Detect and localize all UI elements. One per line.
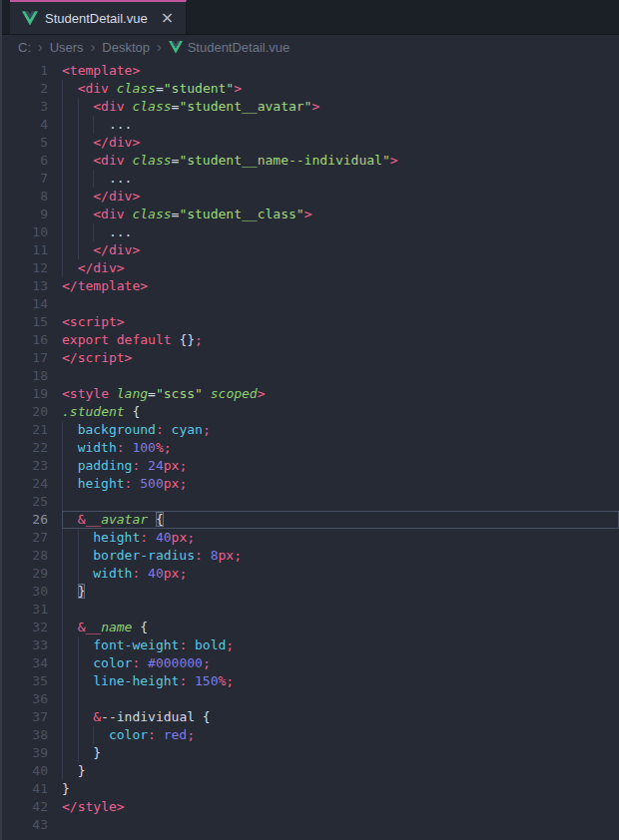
code-token: px; xyxy=(164,458,187,473)
breadcrumb-users[interactable]: Users xyxy=(50,40,84,55)
code-token: color xyxy=(93,655,132,670)
line-number: 18 xyxy=(2,367,48,385)
code-token: background xyxy=(78,422,156,437)
code-token: : xyxy=(148,727,156,742)
code-token: scoped xyxy=(203,386,258,401)
code-line[interactable]: 12</div> xyxy=(2,259,619,277)
code-line[interactable]: 43 xyxy=(2,816,619,834)
indent-guide xyxy=(62,152,78,170)
code-line[interactable]: 38color: red; xyxy=(2,726,619,744)
breadcrumb-file-label: StudentDetail.vue xyxy=(188,40,291,55)
code-token: > xyxy=(305,207,312,221)
code-token: </div> xyxy=(78,260,125,275)
indent-guide xyxy=(62,547,78,565)
code-line[interactable]: 35line-height: 150%; xyxy=(2,672,619,690)
indent-guide xyxy=(62,654,78,672)
code-line[interactable]: 27height: 40px; xyxy=(2,529,619,547)
code-line[interactable]: 22width: 100%; xyxy=(2,439,619,457)
line-number: 9 xyxy=(2,206,48,223)
code-line[interactable]: 17</script> xyxy=(2,349,619,367)
code-token: px; xyxy=(219,548,242,563)
breadcrumb-drive[interactable]: C: xyxy=(18,40,31,55)
code-line[interactable]: 6<div class="student__name--individual"> xyxy=(2,152,619,170)
indent-guide xyxy=(62,98,78,116)
code-token: ; xyxy=(226,637,234,652)
code-line[interactable]: 11</div> xyxy=(2,241,619,259)
code-line[interactable]: 24height: 500px; xyxy=(2,475,619,493)
code-token: red xyxy=(156,727,187,742)
code-token: line-height xyxy=(93,673,179,688)
indent-guide xyxy=(62,457,78,475)
code-token: font-weight xyxy=(93,637,179,652)
code-line[interactable]: 31 xyxy=(2,601,619,619)
code-line[interactable]: 14 xyxy=(2,295,619,313)
code-line[interactable]: 3<div class="student__avatar"> xyxy=(2,98,619,116)
code-token: #000000 xyxy=(140,655,203,670)
line-number: 25 xyxy=(2,493,48,511)
line-number: 35 xyxy=(2,672,48,690)
indent-guide xyxy=(78,547,94,565)
indent-guide xyxy=(62,583,78,601)
code-line[interactable]: 16export default {}; xyxy=(2,331,619,349)
code-token: <style xyxy=(62,386,117,401)
indent-guide xyxy=(62,601,78,619)
code-line[interactable]: 7... xyxy=(2,170,619,188)
code-line[interactable]: 32&__name { xyxy=(2,619,619,636)
breadcrumb-desktop[interactable]: Desktop xyxy=(102,40,150,55)
code-line[interactable]: 4... xyxy=(2,116,619,134)
line-number: 13 xyxy=(2,277,48,295)
code-token: class xyxy=(132,153,171,168)
code-line[interactable]: 36 xyxy=(2,690,619,708)
code-line[interactable]: 34color: #000000; xyxy=(2,654,619,672)
tab-studentdetail[interactable]: StudentDetail.vue × xyxy=(10,0,187,34)
indent-guide xyxy=(78,152,94,170)
code-line[interactable]: 40} xyxy=(2,762,619,780)
indent-guide xyxy=(62,690,78,708)
code-line[interactable]: 26&__avatar { xyxy=(2,511,619,529)
code-token xyxy=(148,512,156,527)
indent-guide xyxy=(62,188,78,206)
close-icon[interactable]: × xyxy=(161,10,174,26)
code-token: lang xyxy=(117,386,148,401)
code-line[interactable]: 28border-radius: 8px; xyxy=(2,547,619,565)
code-line[interactable]: 10... xyxy=(2,223,619,241)
indent-guide xyxy=(62,259,78,277)
code-token: height xyxy=(93,530,140,545)
code-line[interactable]: 5</div> xyxy=(2,134,619,152)
code-line[interactable]: 21background: cyan; xyxy=(2,421,619,439)
code-line[interactable]: 41} xyxy=(2,780,619,798)
code-line[interactable]: 15<script> xyxy=(2,313,619,331)
line-number: 19 xyxy=(2,385,48,403)
code-token: &__ xyxy=(78,620,101,634)
code-line[interactable]: 33font-weight: bold; xyxy=(2,636,619,654)
line-number: 1 xyxy=(2,62,48,80)
code-line[interactable]: 19<style lang="scss" scoped> xyxy=(2,385,619,403)
code-line[interactable]: 23padding: 24px; xyxy=(2,457,619,475)
code-line[interactable]: 18 xyxy=(2,367,619,385)
code-line[interactable]: 37&--individual { xyxy=(2,708,619,726)
code-token: > xyxy=(258,386,266,401)
code-line[interactable]: 29width: 40px; xyxy=(2,565,619,583)
code-editor[interactable]: 1<template>2<div class="student">3<div c… xyxy=(2,59,619,834)
code-line[interactable]: 42</style> xyxy=(2,798,619,816)
code-line[interactable]: 9<div class="student__class"> xyxy=(2,206,619,223)
indent-guide xyxy=(62,619,78,636)
line-number: 16 xyxy=(2,331,48,349)
code-line[interactable]: 1<template> xyxy=(2,62,619,80)
indent-guide xyxy=(78,98,94,116)
code-line[interactable]: 20.student { xyxy=(2,403,619,421)
indent-guide xyxy=(93,170,109,188)
code-line[interactable]: 30} xyxy=(2,583,619,601)
breadcrumb-file[interactable]: StudentDetail.vue xyxy=(169,40,291,55)
code-line[interactable]: 25 xyxy=(2,493,619,511)
indent-guide xyxy=(78,116,94,134)
code-line[interactable]: 8</div> xyxy=(2,188,619,206)
code-token: = xyxy=(148,386,156,401)
code-line[interactable]: 13</template> xyxy=(2,277,619,295)
code-token: export default xyxy=(62,332,179,347)
code-line[interactable]: 2<div class="student"> xyxy=(2,80,619,98)
indent-guide xyxy=(93,116,109,134)
code-token: border-radius xyxy=(93,548,195,563)
code-line[interactable]: 39} xyxy=(2,744,619,762)
line-number: 42 xyxy=(2,798,48,816)
